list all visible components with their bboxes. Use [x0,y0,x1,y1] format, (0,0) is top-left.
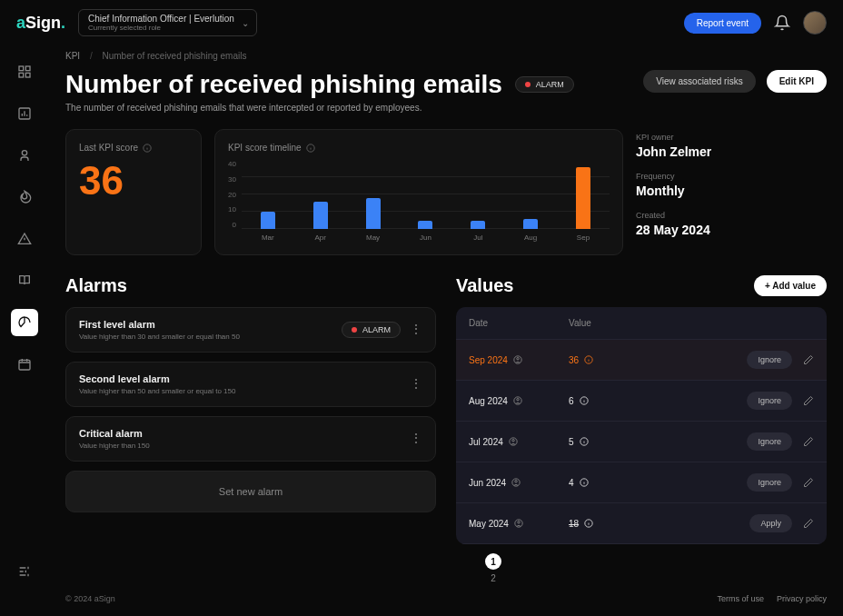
logo: aSign. [16,14,65,33]
user-circle-icon [511,478,521,487]
user-icon[interactable] [11,142,38,169]
value-date: Jun 2024 [469,478,569,488]
bar-Apr[interactable] [313,202,328,229]
pencil-icon[interactable] [803,395,814,406]
pencil-icon[interactable] [803,477,814,488]
pencil-icon[interactable] [803,436,814,447]
set-new-alarm-button[interactable]: Set new alarm [65,471,436,512]
bar-May[interactable] [366,198,381,229]
svg-point-16 [512,440,515,442]
bar-Sep[interactable] [576,167,590,229]
avatar[interactable] [803,11,827,35]
alarm-dot-icon [352,327,357,333]
info-icon[interactable] [143,144,152,153]
alert-icon[interactable] [11,225,38,253]
bar-label: May [366,233,380,242]
terms-link[interactable]: Terms of use [717,594,764,603]
bell-icon[interactable] [774,15,790,31]
bar-Aug[interactable] [523,219,538,229]
alarm-card: Second level alarmValue higher than 50 a… [65,362,436,407]
logo-suffix: . [61,14,65,32]
frequency-value: Monthly [636,184,827,198]
alarm-desc: Value higher than 30 and smaller or equa… [79,333,332,341]
alarm-badge: ALARM [515,76,574,93]
values-section: Values + Add value Date Value Sep 202436… [456,275,827,585]
user-circle-icon [514,519,523,528]
book-icon[interactable] [11,267,38,294]
info-icon[interactable] [306,144,315,153]
user-circle-icon [513,355,522,364]
bar-label: Sep [577,233,590,242]
value-action-button[interactable]: Ignore [747,392,792,410]
sidebar [0,45,49,585]
breadcrumb: KPI / Number of received phishing emails [65,45,827,70]
bar-label: Aug [524,233,537,242]
copyright: © 2024 aSign [65,594,115,603]
value-row: May 202418Apply [456,503,827,544]
info-icon[interactable] [580,437,589,446]
alarm-active-badge: ALARM [342,322,401,338]
col-date: Date [469,318,569,328]
chart-icon[interactable] [11,100,38,127]
report-event-button[interactable]: Report event [684,13,761,34]
svg-rect-2 [19,73,24,77]
crumb-sep: / [90,51,93,61]
value-date: Jul 2024 [469,437,569,447]
privacy-link[interactable]: Privacy policy [777,594,827,603]
bar-label: Apr [314,233,325,242]
page-1[interactable]: 1 [485,553,501,570]
page-subtitle: The number of received phishing emails t… [65,103,632,113]
value-action-button[interactable]: Ignore [747,432,792,451]
flame-icon[interactable] [11,184,38,211]
value-row: Jun 20244Ignore [456,462,827,503]
user-circle-icon [509,437,518,446]
alarm-badge-text: ALARM [536,80,564,89]
pencil-icon[interactable] [803,518,814,529]
pagination: ‹ 1234...10 › [456,544,827,585]
bar-Jul[interactable] [471,221,485,230]
value-number: 18 [569,519,632,529]
value-action-button[interactable]: Ignore [747,351,792,369]
bar-Mar[interactable] [261,212,275,229]
alarm-desc: Value higher than 150 [79,442,401,450]
value-number: 6 [569,396,632,406]
value-number: 4 [569,478,632,488]
info-icon[interactable] [584,519,593,528]
gauge-icon[interactable] [11,309,38,336]
bar-label: Jun [420,233,431,242]
values-title: Values [456,275,513,296]
info-icon[interactable] [580,478,589,487]
bar-Jun[interactable] [418,221,432,230]
add-value-button[interactable]: + Add value [754,275,827,296]
kebab-icon[interactable]: ⋮ [410,436,422,442]
value-action-button[interactable]: Ignore [747,473,792,492]
settings-icon[interactable] [11,558,38,585]
page-2[interactable]: 2 [485,570,501,585]
calendar-icon[interactable] [11,351,38,378]
svg-rect-0 [19,66,24,71]
timeline-label: KPI score timeline [228,143,610,153]
role-selector[interactable]: Chief Information Officer | Everlution C… [78,9,257,36]
alarms-title: Alarms [65,275,127,296]
edit-kpi-button[interactable]: Edit KPI [767,70,827,93]
timeline-card: KPI score timeline 403020100 MarAprMayJu… [214,129,623,255]
pencil-icon[interactable] [803,354,814,365]
value-date: Aug 2024 [469,396,569,406]
crumb-kpi[interactable]: KPI [65,51,80,61]
value-action-button[interactable]: Apply [749,514,792,532]
svg-point-5 [22,151,26,155]
view-risks-button[interactable]: View associated risks [643,70,755,93]
bar-chart: 403020100 MarAprMayJunJulAugSep [228,160,610,242]
page-title-row: Number of received phishing emails ALARM [65,70,632,99]
info-icon[interactable] [584,355,593,364]
alarm-name: Critical alarm [79,428,401,439]
svg-point-13 [517,399,520,402]
kpi-meta: KPI owner John Zelmer Frequency Monthly … [636,129,827,255]
kebab-icon[interactable]: ⋮ [410,327,422,333]
svg-rect-6 [19,360,30,370]
grid-icon[interactable] [11,58,38,85]
crumb-current: Number of received phishing emails [102,51,246,61]
value-number: 5 [569,437,632,447]
info-icon[interactable] [580,396,589,405]
kebab-icon[interactable]: ⋮ [410,382,422,387]
